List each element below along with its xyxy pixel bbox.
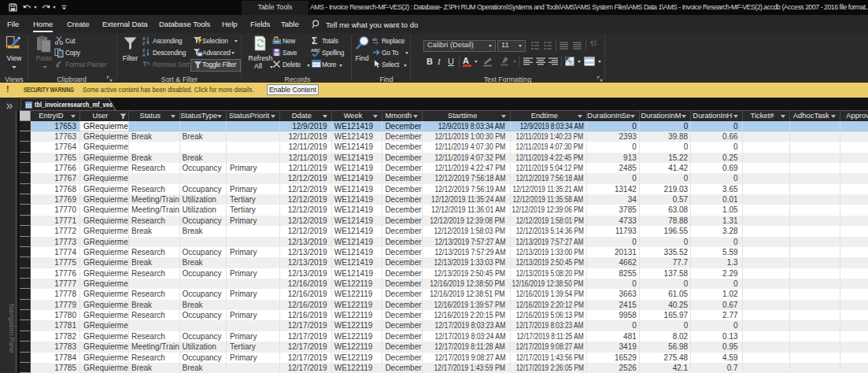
- svg-text:ab: ab: [372, 37, 378, 42]
- svg-text:A: A: [142, 53, 146, 57]
- svg-text:Z: Z: [142, 41, 146, 46]
